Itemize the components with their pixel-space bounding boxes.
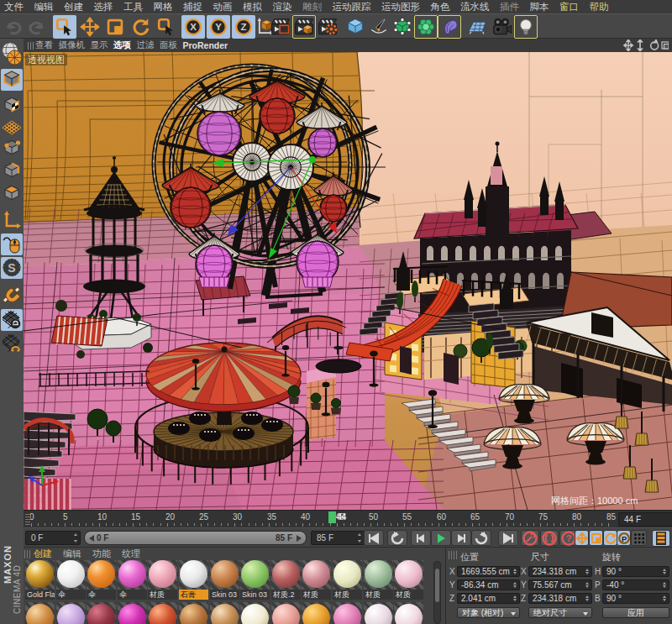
svg-text:Z: Z bbox=[241, 22, 247, 32]
svg-text:P: P bbox=[621, 534, 626, 543]
svg-text:Y: Y bbox=[215, 22, 222, 32]
svg-text:?: ? bbox=[566, 533, 572, 543]
svg-text:S: S bbox=[8, 261, 15, 275]
svg-text:网格间距：10000 cm: 网格间距：10000 cm bbox=[551, 496, 638, 506]
svg-text:X: X bbox=[190, 22, 197, 32]
